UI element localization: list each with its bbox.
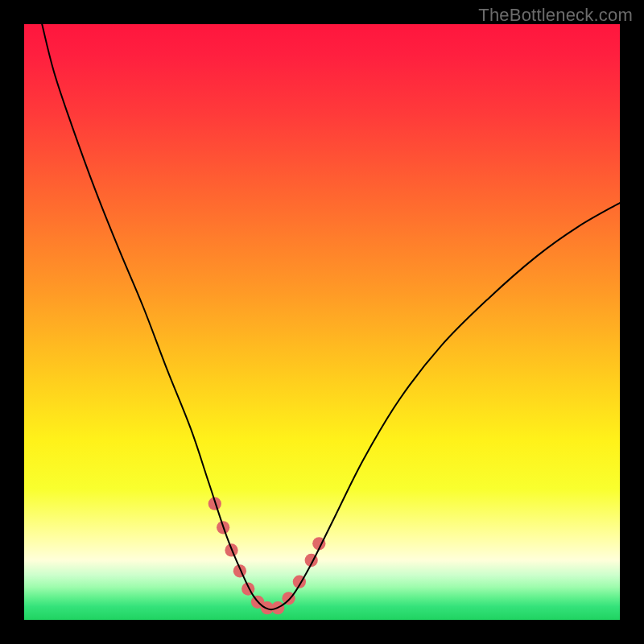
chart-svg [24, 24, 620, 620]
watermark-text: TheBottleneck.com [478, 5, 633, 26]
plot-area [24, 24, 620, 620]
bottleneck-curve-path [42, 24, 620, 609]
marker-group [208, 497, 326, 615]
outer-frame: TheBottleneck.com [0, 0, 644, 644]
